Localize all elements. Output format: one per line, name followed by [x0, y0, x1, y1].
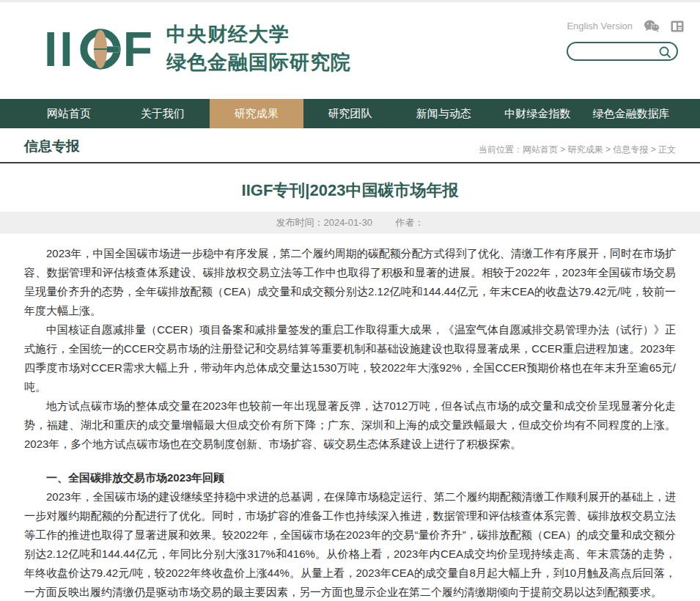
section-bar: 信息专报 当前位置：网站首页 > 研究成果 > 信息专报 > 正文: [0, 128, 700, 163]
iigf-logo[interactable]: II F 中央财经大学 绿色金融国际研究院: [44, 21, 351, 77]
nav-item-green-index[interactable]: 中财绿金指数: [490, 99, 584, 128]
header-utilities: English Version: [567, 20, 684, 61]
logo-org-name: 中央财经大学 绿色金融国际研究院: [166, 21, 351, 77]
paragraph: 中国核证自愿减排量（CCER）项目备案和减排量签发的重启工作取得重大成果，《温室…: [24, 320, 676, 397]
publish-time: 发布时间：2024-01-30: [276, 217, 372, 228]
paragraph: 2023年，中国全国碳市场进一步稳中有序发展，第二个履约周期的碳配额分配方式得到…: [24, 244, 676, 320]
search-icon[interactable]: [657, 45, 672, 59]
main-nav: 网站首页 关于我们 研究成果 研究团队 新闻与动态 中财绿金指数 绿色金融数据库: [0, 99, 700, 128]
search-box: [567, 42, 678, 61]
paragraph: 2023年，全国碳市场的建设继续坚持稳中求进的总基调，在保障市场稳定运行、第二个…: [24, 487, 676, 601]
search-input[interactable]: [575, 46, 662, 57]
org-name-line1: 中央财经大学: [166, 21, 351, 49]
section-heading: 一、全国碳排放交易市场2023年回顾: [24, 468, 676, 487]
paragraph: 地方试点碳市场的整体成交量在2023年也较前一年出现显著反弹，达7012万吨，但…: [24, 397, 676, 454]
article-title: IIGF专刊|2023中国碳市场年报: [24, 180, 676, 202]
english-version-link[interactable]: English Version: [567, 21, 633, 32]
logo-letters-ii: II: [44, 25, 75, 73]
logo-letter-f: F: [123, 25, 155, 73]
nav-item-research-results[interactable]: 研究成果: [210, 99, 303, 128]
section-title: 信息专报: [24, 137, 80, 156]
nav-item-home[interactable]: 网站首页: [22, 99, 116, 128]
nav-item-research-team[interactable]: 研究团队: [303, 99, 397, 128]
nav-item-news[interactable]: 新闻与动态: [397, 99, 490, 128]
site-header: II F 中央财经大学 绿色金融国际研究院 English Version: [0, 2, 700, 99]
breadcrumb[interactable]: 当前位置：网站首页 > 研究成果 > 信息专报 > 正文: [479, 144, 676, 156]
iigf-logotype: II F: [44, 25, 155, 73]
wechat-icon[interactable]: [644, 20, 660, 32]
org-name-line2: 绿色金融国际研究院: [166, 49, 351, 77]
article-body: 2023年，中国全国碳市场进一步稳中有序发展，第二个履约周期的碳配额分配方式得到…: [0, 234, 700, 601]
newspaper-icon[interactable]: [671, 21, 684, 32]
nav-item-about[interactable]: 关于我们: [116, 99, 210, 128]
author-label: 作者：: [396, 217, 424, 228]
article-meta-bar: 发布时间：2024-01-30 作者：: [0, 212, 700, 234]
nav-item-green-database[interactable]: 绿色金融数据库: [584, 99, 678, 128]
globe-icon: [79, 28, 122, 70]
